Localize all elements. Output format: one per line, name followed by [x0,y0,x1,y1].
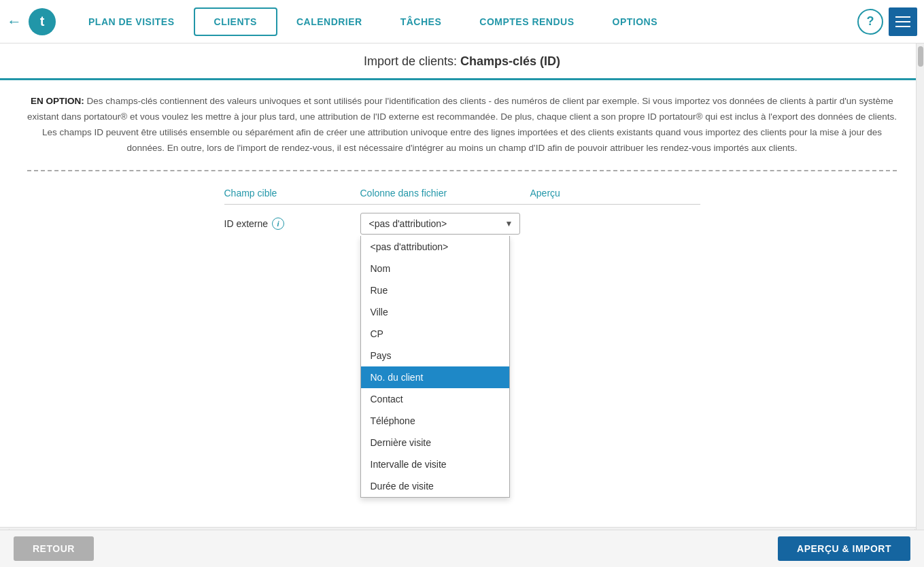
back-button[interactable]: ← [7,13,22,31]
dropdown-option-nom[interactable]: Nom [361,258,509,279]
col-header-target: Champ cible [224,188,360,199]
page-title-regular: Import de clients: [364,54,460,68]
menu-bar-2 [895,21,910,22]
nav-right: ? [857,7,917,36]
logo: t [29,8,56,35]
dropdown-option-pas-attribution[interactable]: <pas d'attribution> [361,236,509,258]
col-header-preview: Aperçu [530,188,632,199]
dropdown-option-ville[interactable]: Ville [361,301,509,323]
dropdown-list: <pas d'attribution> Nom Rue Ville CP Pay… [360,236,510,498]
page-title-bold: Champs-clés (ID) [460,54,560,68]
dropdown-option-telephone[interactable]: Téléphone [361,410,509,432]
info-bold-prefix: EN OPTION: [31,96,84,106]
back-footer-button[interactable]: RETOUR [14,536,94,561]
dropdown-option-duree-visite[interactable]: Durée de visite [361,475,509,497]
page-header: Import de clients: Champs-clés (ID) [0,44,924,80]
vertical-scrollbar[interactable] [916,44,924,530]
nav-clients[interactable]: CLIENTS [194,7,277,36]
dropdown-option-pays[interactable]: Pays [361,345,509,366]
col-header-file: Colonne dans fichier [360,188,530,199]
info-body: Des champs-clés contiennent des valeurs … [27,96,897,153]
mapping-table: Champ cible Colonne dans fichier Aperçu … [224,188,700,239]
dropdown-id-externe[interactable]: <pas d'attribution> Nom Rue Ville CP Pay… [360,213,520,235]
help-button[interactable]: ? [857,9,883,35]
dropdown-option-rue[interactable]: Rue [361,279,509,301]
nav-plan-de-visites[interactable]: PLAN DE VISITES [69,0,194,44]
menu-bar-3 [895,26,910,27]
top-navigation: ← t PLAN DE VISITES CLIENTS CALENDRIER T… [0,0,924,44]
nav-comptes-rendus[interactable]: COMPTES RENDUS [460,0,593,44]
info-block: EN OPTION: Des champs-clés contiennent d… [27,94,897,171]
dropdown-option-no-client[interactable]: No. du client [361,366,509,388]
nav-options[interactable]: OPTIONS [594,0,677,44]
table-header: Champ cible Colonne dans fichier Aperçu [224,188,700,205]
nav-taches[interactable]: TÂCHES [381,0,461,44]
dropdown-option-contact[interactable]: Contact [361,388,509,410]
menu-bar-1 [895,16,910,18]
mapping-row: ID externe i <pas d'attribution> Nom Rue… [224,209,700,239]
dropdown-option-derniere-visite[interactable]: Dernière visite [361,432,509,453]
scrollbar-thumb[interactable] [918,46,923,67]
dropdown-option-intervalle-visite[interactable]: Intervalle de visite [361,453,509,475]
field-name-id-externe: ID externe i [224,218,360,230]
info-icon-id-externe[interactable]: i [272,218,284,230]
import-button[interactable]: APERÇU & IMPORT [778,536,910,561]
nav-calendrier[interactable]: CALENDRIER [277,0,381,44]
bottom-navigation: RETOUR APERÇU & IMPORT [0,530,924,567]
content-area: EN OPTION: Des champs-clés contiennent d… [0,80,924,527]
field-label-id-externe: ID externe [224,218,269,229]
dropdown-option-cp[interactable]: CP [361,323,509,345]
nav-items: PLAN DE VISITES CLIENTS CALENDRIER TÂCHE… [69,0,857,44]
dropdown-wrapper-id-externe: <pas d'attribution> Nom Rue Ville CP Pay… [360,213,520,235]
menu-button[interactable] [889,7,917,36]
